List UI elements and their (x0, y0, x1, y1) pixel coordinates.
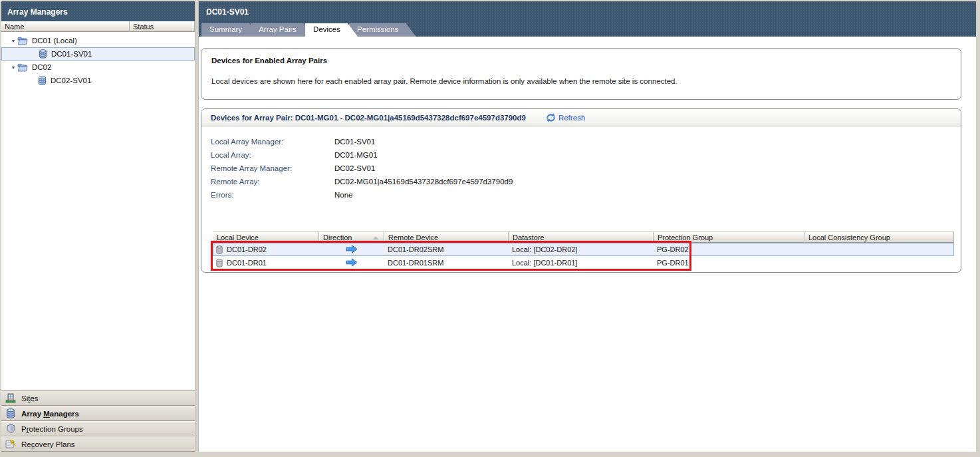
column-header-local-consistency-group[interactable]: Local Consistency Group (804, 231, 954, 243)
detail-label: Remote Array Manager: (211, 164, 334, 172)
direction-cell (319, 243, 384, 256)
detail-label: Errors: (211, 191, 334, 199)
protection-group-cell: PG-DR01 (654, 256, 804, 269)
detail-value: DC01-MG01 (334, 151, 378, 159)
detail-label: Local Array Manager: (211, 138, 334, 146)
array-pair-panel: Devices for Array Pair: DC01-MG01 - DC02… (201, 108, 961, 273)
array-managers-icon (5, 408, 17, 418)
folder-icon (17, 37, 28, 45)
direction-right-arrow-icon (346, 245, 358, 255)
sites-icon (5, 393, 17, 403)
devices-info-panel: Devices for Enabled Array Pairs Local de… (201, 48, 961, 100)
database-icon (39, 49, 47, 59)
remote-device-cell: DC01-DR01SRM (384, 256, 509, 269)
tab-summary[interactable]: Summary (201, 23, 259, 37)
detail-value: DC02-SV01 (334, 164, 375, 172)
datastore-cell: Local: [DC02-DR02] (509, 243, 654, 256)
detail-row: Remote Array: DC02-MG01|a45169d5437328dc… (211, 175, 951, 188)
column-header-remote-device[interactable]: Remote Device (384, 231, 509, 243)
shortcut-bar: Sites Array Managers (1, 390, 195, 452)
column-header-local-device[interactable]: Local Device (213, 231, 319, 243)
tree-item-label: DC02-SV01 (51, 76, 91, 84)
info-panel-title: Devices for Enabled Array Pairs (211, 57, 951, 65)
direction-right-arrow-icon (346, 258, 358, 268)
array-pair-title: Devices for Array Pair: DC01-MG01 - DC02… (211, 114, 526, 122)
sidebar-title: Array Managers (1, 1, 195, 21)
tab-array-pairs[interactable]: Array Pairs (251, 23, 314, 37)
column-header-datastore[interactable]: Datastore (509, 231, 654, 243)
detail-value: DC01-SV01 (334, 138, 375, 146)
tree-item-dc01-sv01[interactable]: DC01-SV01 (1, 47, 195, 61)
sort-ascending-icon (373, 236, 378, 239)
tree-item-dc02-sv01[interactable]: DC02-SV01 (1, 74, 195, 87)
sidebar-item-label: Sites (21, 394, 39, 402)
device-disk-icon (216, 245, 223, 254)
sidebar-item-label: Array Managers (21, 410, 79, 418)
datastore-cell: Local: [DC01-DR01] (509, 256, 654, 269)
tab-bar: Summary Array Pairs Devices Permissions (199, 21, 976, 37)
detail-value: None (334, 191, 353, 199)
local-consistency-group-cell (804, 256, 954, 269)
array-pair-header: Devices for Array Pair: DC01-MG01 - DC02… (201, 109, 961, 126)
protection-groups-icon (5, 424, 17, 434)
detail-row: Errors: None (211, 188, 951, 202)
tab-content: Devices for Enabled Array Pairs Local de… (199, 37, 976, 452)
info-panel-description: Local devices are shown here for each en… (211, 77, 951, 85)
sidebar: Array Managers Name Status ▼ DC01 (Local… (1, 1, 195, 452)
expander-icon[interactable]: ▼ (9, 39, 17, 43)
detail-value: DC02-MG01|a45169d5437328dcf697e4597d3790… (334, 178, 513, 186)
recovery-plans-icon (5, 439, 17, 449)
device-disk-icon (216, 259, 223, 267)
tree-item-dc02[interactable]: ▼ DC02 (1, 61, 195, 74)
column-header-name[interactable]: Name (1, 21, 130, 32)
column-header-status[interactable]: Status (130, 21, 195, 32)
array-pair-details: Local Array Manager: DC01-SV01 Local Arr… (201, 126, 961, 202)
page-title: DC01-SV01 (199, 1, 976, 21)
detail-label: Remote Array: (211, 178, 334, 186)
tree-item-label: DC01 (Local) (32, 37, 77, 45)
direction-cell (319, 256, 384, 269)
device-table-header: Local Device Direction Remote Device Dat… (213, 231, 954, 243)
tree-item-dc01[interactable]: ▼ DC01 (Local) (1, 34, 195, 47)
folder-icon (17, 63, 28, 72)
local-consistency-group-cell (804, 243, 954, 256)
protection-group-cell: PG-DR02 (654, 243, 804, 256)
detail-row: Local Array Manager: DC01-SV01 (211, 135, 951, 148)
tree-item-label: DC02 (32, 63, 51, 71)
sidebar-item-array-managers[interactable]: Array Managers (1, 406, 195, 421)
array-manager-tree: ▼ DC01 (Local) (1, 32, 195, 390)
detail-row: Local Array: DC01-MG01 (211, 148, 951, 162)
sidebar-item-label: Recovery Plans (21, 440, 75, 448)
device-table: Local Device Direction Remote Device Dat… (213, 231, 954, 269)
local-device-cell: DC01-DR02 (213, 243, 319, 256)
tab-permissions[interactable]: Permissions (349, 23, 416, 37)
refresh-label: Refresh (558, 114, 585, 122)
table-row[interactable]: DC01-DR02 DC01-DR02SRM Local: [DC02-DR02… (213, 243, 954, 256)
expander-icon[interactable]: ▼ (9, 65, 17, 70)
tree-item-label: DC01-SV01 (51, 50, 92, 58)
remote-device-cell: DC01-DR02SRM (384, 243, 509, 256)
refresh-button[interactable]: Refresh (546, 113, 585, 122)
application-window: Array Managers Name Status ▼ DC01 (Local… (1, 1, 976, 452)
column-header-protection-group[interactable]: Protection Group (654, 231, 804, 243)
database-icon (38, 76, 47, 85)
refresh-icon (546, 113, 556, 122)
table-row[interactable]: DC01-DR01 DC01-DR01SRM Local: [DC01-DR01… (213, 256, 954, 269)
sidebar-item-recovery-plans[interactable]: Recovery Plans (1, 436, 195, 452)
local-device-cell: DC01-DR01 (213, 256, 319, 269)
sidebar-item-label: Protection Groups (21, 425, 83, 433)
sidebar-item-sites[interactable]: Sites (1, 390, 195, 406)
sidebar-item-protection-groups[interactable]: Protection Groups (1, 421, 195, 436)
main-panel: DC01-SV01 Summary Array Pairs Devices Pe… (199, 1, 976, 452)
tree-column-headers: Name Status (1, 21, 195, 32)
detail-row: Remote Array Manager: DC02-SV01 (211, 162, 951, 175)
detail-label: Local Array: (211, 151, 334, 159)
column-header-direction[interactable]: Direction (319, 231, 384, 243)
